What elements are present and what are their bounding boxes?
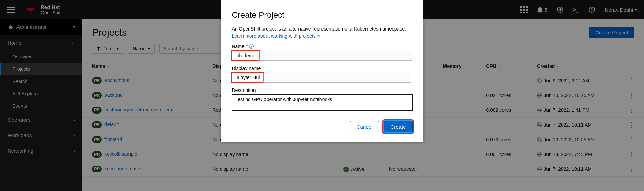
create-button[interactable]: Create [384, 121, 412, 132]
display-field-label: Display name [232, 65, 413, 71]
name-field-label: Name*? [232, 44, 413, 49]
modal-desc: An OpenShift project is an alternative r… [232, 26, 413, 32]
modal-title: Create Project [232, 10, 413, 20]
name-input[interactable] [232, 50, 259, 61]
external-link-icon: ⧉ [317, 34, 320, 38]
display-name-input[interactable] [232, 72, 263, 83]
learn-more-link[interactable]: Learn more about working with projects⧉ [232, 33, 320, 39]
info-icon[interactable]: ? [249, 44, 254, 49]
desc-field-label: Description [232, 87, 413, 93]
cancel-button[interactable]: Cancel [350, 121, 379, 132]
create-project-modal: Create Project An OpenShift project is a… [221, 0, 423, 142]
description-input[interactable]: Testing GPU operator with Jupyter notebo… [232, 94, 413, 111]
